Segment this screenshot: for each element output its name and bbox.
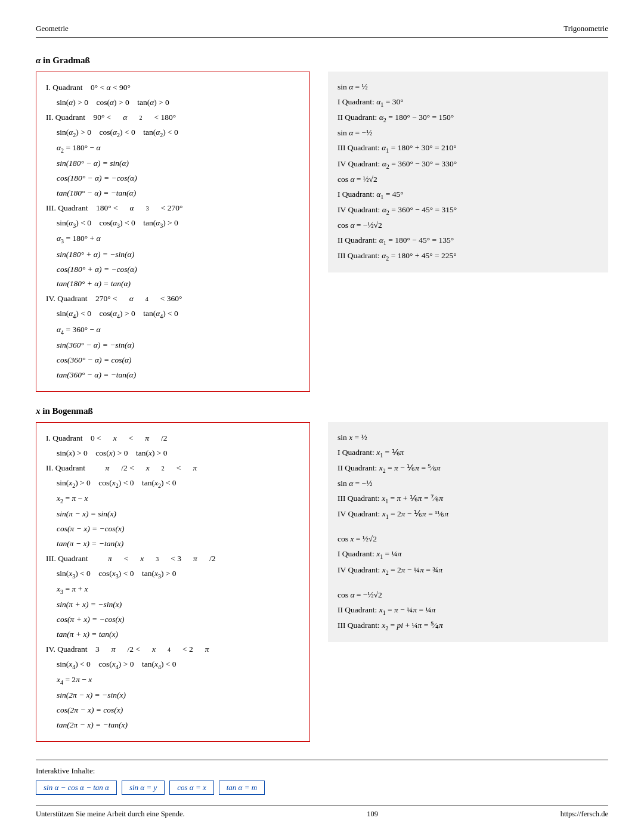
footer-left: Unterstützen Sie meine Arbeit durch eine… bbox=[36, 810, 185, 819]
page-header: Geometrie Trigonometrie bbox=[36, 24, 608, 38]
section1-gray-box: sin α = ½ I Quadrant: α1 = 30° II Quadra… bbox=[328, 72, 608, 272]
section2-gray-box: sin x = ½ I Quadrant: x1 = ⅙π II Quadran… bbox=[328, 422, 608, 642]
interactive-title: Interaktive Inhalte: bbox=[36, 766, 608, 776]
section1-title: α in Gradmaß bbox=[36, 55, 608, 66]
header-left: Geometrie bbox=[36, 24, 69, 33]
interactive-buttons: sin α − cos α − tan α sin α = y cos α = … bbox=[36, 781, 608, 795]
btn-sin-alpha-y[interactable]: sin α = y bbox=[122, 781, 165, 795]
footer-right: https://fersch.de bbox=[561, 810, 608, 819]
page-footer: Unterstützen Sie meine Arbeit durch eine… bbox=[36, 806, 608, 819]
section1-left-col: I. Quadrant 0° < α < 90° sin(α) > 0 cos(… bbox=[36, 72, 310, 392]
footer-center: 109 bbox=[367, 810, 378, 819]
interactive-section: Interaktive Inhalte: sin α − cos α − tan… bbox=[36, 760, 608, 795]
quad-row-III: III. Quadrant 180° < α3 < 270° bbox=[46, 201, 300, 216]
quad-row-bogen-III: III. Quadrant π < x3 < 3π/2 bbox=[46, 552, 300, 566]
section2-red-box: I. Quadrant 0 < x < π/2 sin(x) > 0 cos(x… bbox=[36, 422, 310, 742]
section2-content: I. Quadrant 0 < x < π/2 sin(x) > 0 cos(x… bbox=[36, 422, 608, 742]
section1-red-box: I. Quadrant 0° < α < 90° sin(α) > 0 cos(… bbox=[36, 72, 310, 392]
section2-right-col: sin x = ½ I Quadrant: x1 = ⅙π II Quadran… bbox=[328, 422, 608, 742]
header-right: Trigonometrie bbox=[564, 24, 608, 33]
section1-right-col: sin α = ½ I Quadrant: α1 = 30° II Quadra… bbox=[328, 72, 608, 392]
page: Geometrie Trigonometrie α in Gradmaß I. … bbox=[0, 0, 644, 831]
quad-row-bogen-IV: IV. Quadrant 3π/2 < x4 < 2π bbox=[46, 642, 300, 657]
section2-title: x in Bogenmaß bbox=[36, 406, 608, 416]
section1-content: I. Quadrant 0° < α < 90° sin(α) > 0 cos(… bbox=[36, 72, 608, 392]
section2-left-col: I. Quadrant 0 < x < π/2 sin(x) > 0 cos(x… bbox=[36, 422, 310, 742]
btn-sin-cos-tan[interactable]: sin α − cos α − tan α bbox=[36, 781, 117, 795]
btn-tan-alpha-m[interactable]: tan α = m bbox=[219, 781, 265, 795]
btn-cos-alpha-x[interactable]: cos α = x bbox=[169, 781, 213, 795]
quad-row-II: II. Quadrant 90° < α2 < 180° bbox=[46, 110, 300, 125]
quad-row-IV: IV. Quadrant 270° < α4 < 360° bbox=[46, 292, 300, 306]
quad-row-bogen-II: II. Quadrant π/2 < x2 < π bbox=[46, 461, 300, 476]
quad-row-bogen-I: I. Quadrant 0 < x < π/2 bbox=[46, 431, 300, 446]
quad-row-I: I. Quadrant 0° < α < 90° bbox=[46, 80, 300, 95]
